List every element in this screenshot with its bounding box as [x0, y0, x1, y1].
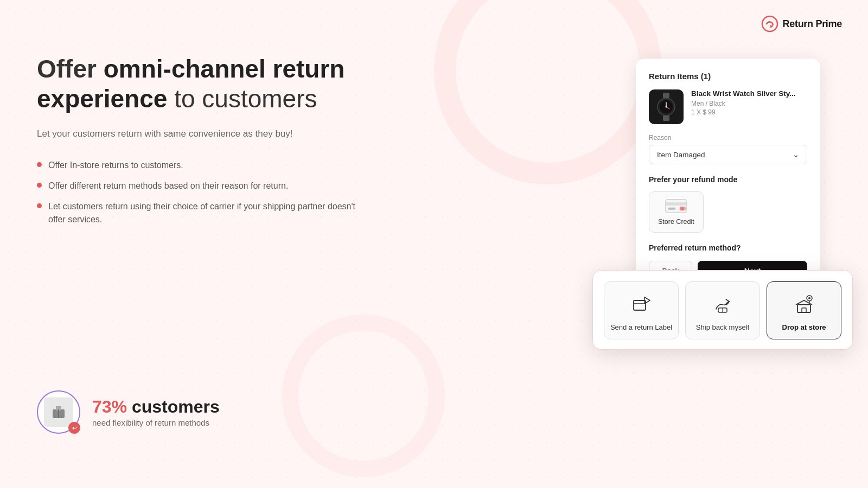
bullet-item-1: Offer In-store returns to customers. [37, 159, 373, 172]
brand-name: Return Prime [783, 18, 842, 30]
stats-icon-circle: ↩ [37, 390, 80, 434]
svg-point-10 [666, 106, 667, 108]
product-price: 1 X $ 99 [691, 108, 796, 116]
svg-rect-12 [666, 202, 686, 206]
reason-label: Reason [649, 134, 807, 142]
reason-value: Item Damaged [657, 151, 705, 159]
return-method-title: Preferred return method? [649, 243, 807, 252]
method-ship-text: Ship back myself [696, 323, 749, 331]
product-image [649, 89, 684, 124]
bullet-text-1: Offer In-store returns to customers. [48, 159, 183, 172]
stats-icon-inner [44, 397, 73, 427]
bullet-dot-2 [37, 183, 42, 188]
return-method-popup: Send a return Label Ship back myself [592, 270, 853, 350]
store-credit-label: Store Credit [658, 218, 694, 226]
bullet-text-3: Let customers return using their choice … [48, 200, 373, 226]
method-label-text: Send a return Label [610, 323, 672, 331]
bg-circle-2 [282, 314, 445, 477]
bullet-dot-1 [37, 162, 42, 167]
stats-text: 73% customers need flexibility of return… [92, 397, 220, 427]
headline-part2: to customers [167, 85, 317, 113]
subtext: Let your customers return with same conv… [37, 127, 373, 141]
svg-rect-5 [663, 115, 669, 121]
svg-rect-21 [797, 305, 810, 312]
headline: Offer omni-channel returnexperience to c… [37, 54, 373, 114]
method-label-option[interactable]: Send a return Label [604, 281, 679, 339]
method-ship-option[interactable]: Ship back myself [685, 281, 760, 339]
svg-rect-13 [668, 208, 675, 210]
stats-subtitle: need flexibility of return methods [92, 418, 220, 427]
product-name: Black Wrist Watch Silver Sty... [691, 89, 796, 98]
refund-section-title: Prefer your refund mode [649, 175, 807, 184]
chevron-down-icon: ⌄ [793, 150, 799, 159]
svg-rect-11 [666, 200, 686, 213]
bullet-item-3: Let customers return using their choice … [37, 200, 373, 226]
drop-store-svg [792, 293, 816, 317]
product-variant: Men / Black [691, 100, 796, 107]
send-label-svg [629, 293, 653, 317]
headline-part1: Offer [37, 55, 104, 83]
left-content: Offer omni-channel returnexperience to c… [37, 54, 373, 226]
header: Return Prime [761, 15, 842, 33]
reason-dropdown[interactable]: Item Damaged ⌄ [649, 145, 807, 164]
stats-percent: 73% [92, 397, 127, 416]
method-store-option[interactable]: Drop at store [767, 281, 841, 339]
credit-card-svg [665, 198, 687, 214]
bg-circle-1 [434, 0, 662, 184]
return-card: Return Items (1) Black Wrist Watch Silve… [636, 59, 820, 292]
store-credit-icon [665, 198, 687, 214]
return-box-icon [49, 403, 68, 421]
stats-customers-label: customers [127, 397, 220, 416]
stats-section: ↩ 73% customers need flexibility of retu… [37, 390, 220, 434]
svg-point-15 [682, 207, 686, 211]
bullet-item-2: Offer different return methods based on … [37, 179, 373, 192]
ship-back-icon [711, 293, 735, 317]
watch-svg [654, 93, 678, 121]
method-store-text: Drop at store [782, 323, 826, 331]
card-title: Return Items (1) [649, 72, 807, 81]
arrow-badge: ↩ [68, 422, 80, 434]
send-label-icon [629, 293, 653, 317]
svg-point-24 [808, 297, 810, 299]
bullet-dot-3 [37, 203, 42, 208]
svg-rect-4 [663, 93, 669, 98]
svg-point-0 [762, 16, 777, 31]
svg-rect-22 [802, 308, 806, 312]
logo-icon [761, 15, 778, 33]
drop-store-icon [792, 293, 816, 317]
stats-first-line: 73% customers [92, 397, 220, 417]
bullet-list: Offer In-store returns to customers. Off… [37, 159, 373, 226]
store-credit-option[interactable]: Store Credit [649, 191, 704, 233]
product-row: Black Wrist Watch Silver Sty... Men / Bl… [649, 89, 807, 124]
product-info: Black Wrist Watch Silver Sty... Men / Bl… [691, 89, 796, 116]
bullet-text-2: Offer different return methods based on … [48, 179, 288, 192]
ship-back-svg [711, 293, 735, 317]
svg-rect-16 [634, 300, 646, 310]
